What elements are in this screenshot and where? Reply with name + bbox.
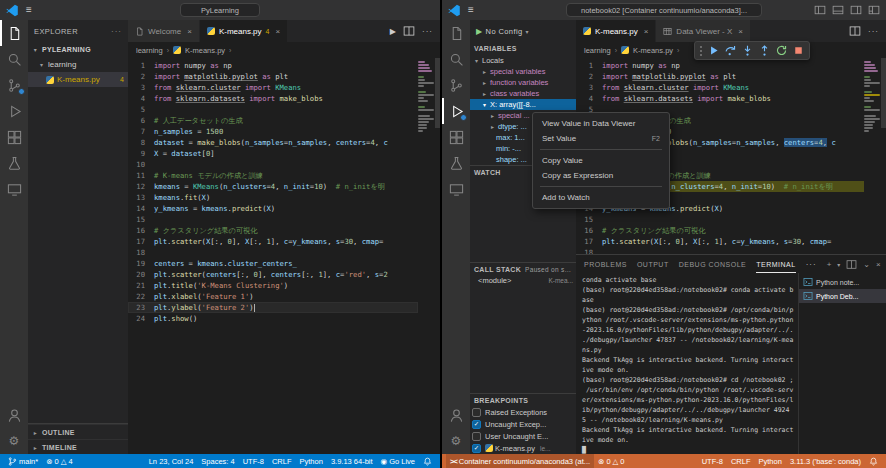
- code-line[interactable]: 16# クラスタリング結果の可視化: [128, 225, 418, 236]
- interpreter-item[interactable]: 3.11.3 ('base': conda): [786, 454, 865, 468]
- problems-item[interactable]: ⊗0 △4: [42, 454, 76, 468]
- context-menu-item[interactable]: Copy as Expression: [533, 168, 669, 183]
- call-stack-header[interactable]: CALL STACK: [474, 266, 521, 273]
- source-control-icon[interactable]: [442, 72, 470, 98]
- code-line[interactable]: 8dataset = make_blobs(n_samples=n_sample…: [128, 137, 418, 148]
- code-line[interactable]: 13kmeans.fit(X): [128, 192, 418, 203]
- step-over-button[interactable]: [724, 44, 737, 57]
- code-line[interactable]: 3from sklearn.cluster import KMeans: [576, 82, 864, 93]
- code-line[interactable]: 19centers = kmeans.cluster_centers_: [128, 258, 418, 269]
- language-item[interactable]: Python: [296, 454, 327, 468]
- command-center[interactable]: PyLearning: [180, 3, 260, 17]
- extensions-icon[interactable]: [0, 124, 28, 150]
- code-line[interactable]: 1import numpy as np: [576, 60, 864, 71]
- run-debug-icon[interactable]: [0, 98, 28, 124]
- checkbox[interactable]: ✓: [472, 420, 481, 429]
- code-line[interactable]: 17plt.scatter(X[:, 0], X[:, 1], c=y_kmea…: [576, 236, 864, 247]
- context-menu-item[interactable]: Copy Value: [533, 153, 669, 168]
- tab-data-viewer[interactable]: Data Viewer - X ×: [656, 20, 751, 42]
- panel-more-icon[interactable]: ···: [806, 260, 817, 269]
- eol-item[interactable]: CRLF: [268, 454, 296, 468]
- editor-more-icon[interactable]: ···: [422, 27, 433, 36]
- testing-icon[interactable]: [0, 150, 28, 176]
- explorer-icon[interactable]: [0, 20, 28, 46]
- code-line[interactable]: 6# 人工データセットの生成: [128, 115, 418, 126]
- minimap[interactable]: [864, 61, 880, 133]
- indentation-item[interactable]: Spaces: 4: [197, 454, 238, 468]
- code-line[interactable]: 21plt.title('K-Means Clustering'): [128, 280, 418, 291]
- folder-learning[interactable]: ▾ learning: [28, 57, 128, 72]
- debug-config-bar[interactable]: ▶ No Config ▾: [470, 20, 576, 42]
- watch-header[interactable]: WATCH: [474, 169, 501, 176]
- panel-tab-terminal[interactable]: TERMINAL: [756, 255, 795, 273]
- stack-frame[interactable]: <module> K-mea...: [470, 275, 576, 286]
- testing-icon[interactable]: [442, 150, 470, 176]
- checkbox[interactable]: ✓: [472, 444, 481, 453]
- git-branch-item[interactable]: main*: [4, 454, 42, 468]
- code-line[interactable]: 4from sklearn.datasets import make_blobs: [128, 93, 418, 104]
- editor-more-icon[interactable]: ···: [868, 27, 879, 36]
- scope-locals[interactable]: ▾Locals: [470, 55, 576, 66]
- continue-button[interactable]: [707, 44, 720, 57]
- maximize-panel-icon[interactable]: ⌄: [863, 260, 870, 269]
- drag-handle[interactable]: [699, 45, 703, 57]
- restart-button[interactable]: [775, 44, 788, 57]
- terminal-item-active[interactable]: Python Deb...: [799, 289, 886, 303]
- outline-section[interactable]: ▸ OUTLINE: [28, 424, 128, 439]
- close-icon[interactable]: ×: [738, 27, 743, 36]
- encoding-item[interactable]: UTF-8: [239, 454, 268, 468]
- tab-kmeans[interactable]: K-means.py ×: [576, 20, 656, 42]
- breadcrumb-item[interactable]: K-means.py: [185, 46, 225, 55]
- terminal-item[interactable]: Python note...: [799, 275, 886, 289]
- code-line[interactable]: 15: [576, 214, 864, 225]
- tab-welcome[interactable]: Welcome ×: [128, 20, 200, 42]
- code-line[interactable]: 1import numpy as np: [128, 60, 418, 71]
- go-live-item[interactable]: ◉Go Live: [377, 454, 419, 468]
- timeline-section[interactable]: ▸ TIMELINE: [28, 439, 128, 454]
- close-icon[interactable]: ×: [644, 27, 649, 36]
- command-center[interactable]: notebook02 [Container continuumio/anacon…: [566, 3, 762, 17]
- step-out-button[interactable]: [758, 44, 771, 57]
- source-control-icon[interactable]: [0, 72, 28, 98]
- tab-kmeans[interactable]: K-means.py 4 ×: [200, 20, 288, 42]
- breakpoint-item[interactable]: User Uncaught E...: [470, 430, 576, 442]
- toggle-sidebar-icon[interactable]: [814, 4, 826, 16]
- notifications-item[interactable]: [865, 454, 882, 468]
- new-terminal-icon[interactable]: +: [827, 260, 832, 269]
- run-debug-icon[interactable]: [442, 98, 470, 124]
- search-icon[interactable]: [442, 46, 470, 72]
- interpreter-item[interactable]: 3.9.13 64-bit: [327, 454, 377, 468]
- context-menu-item[interactable]: Add to Watch: [533, 190, 669, 205]
- split-editor-icon[interactable]: [403, 25, 415, 37]
- eol-item[interactable]: CRLF: [727, 454, 755, 468]
- code-line[interactable]: 12kmeans = KMeans(n_clusters=4, n_init=1…: [128, 181, 418, 192]
- settings-gear-icon[interactable]: ⚙: [442, 428, 470, 454]
- close-icon[interactable]: ×: [187, 27, 192, 36]
- code-line[interactable]: 24plt.show(): [128, 313, 418, 324]
- code-line[interactable]: 14y_kmeans = kmeans.predict(X): [128, 203, 418, 214]
- terminal-output[interactable]: conda activate base(base) root@220d4ed35…: [576, 273, 798, 457]
- breakpoint-item[interactable]: Raised Exceptions: [470, 406, 576, 418]
- var-item[interactable]: ▸function variables: [470, 77, 576, 88]
- code-line[interactable]: 5: [128, 104, 418, 115]
- remote-explorer-icon[interactable]: [0, 176, 28, 202]
- checkbox[interactable]: [472, 432, 481, 441]
- code-line[interactable]: 4from sklearn.datasets import make_blobs: [576, 93, 864, 104]
- explorer-icon[interactable]: [442, 20, 470, 46]
- code-line[interactable]: 9X = dataset[0]: [128, 148, 418, 159]
- code-line[interactable]: 16# クラスタリング結果の可視化: [576, 225, 864, 236]
- minimap[interactable]: [418, 61, 434, 133]
- breakpoints-header[interactable]: BREAKPOINTS: [474, 397, 528, 404]
- context-menu-item[interactable]: View Value in Data Viewer: [533, 116, 669, 131]
- workspace-root[interactable]: ▾ PYLEARNING: [28, 42, 128, 57]
- context-menu-item[interactable]: Set ValueF2: [533, 131, 669, 146]
- code-line[interactable]: 11# K-means モデルの作成と訓練: [128, 170, 418, 181]
- code-line[interactable]: 20plt.scatter(centers[:, 0], centers[:, …: [128, 269, 418, 280]
- scrollbar[interactable]: [435, 58, 440, 128]
- menu-icon[interactable]: ≡: [468, 5, 474, 15]
- remote-explorer-icon[interactable]: [442, 176, 470, 202]
- extensions-icon[interactable]: [442, 124, 470, 150]
- stop-button[interactable]: [792, 44, 805, 57]
- cursor-position-item[interactable]: Ln 23, Col 24: [145, 454, 198, 468]
- explorer-more-icon[interactable]: ···: [111, 27, 122, 36]
